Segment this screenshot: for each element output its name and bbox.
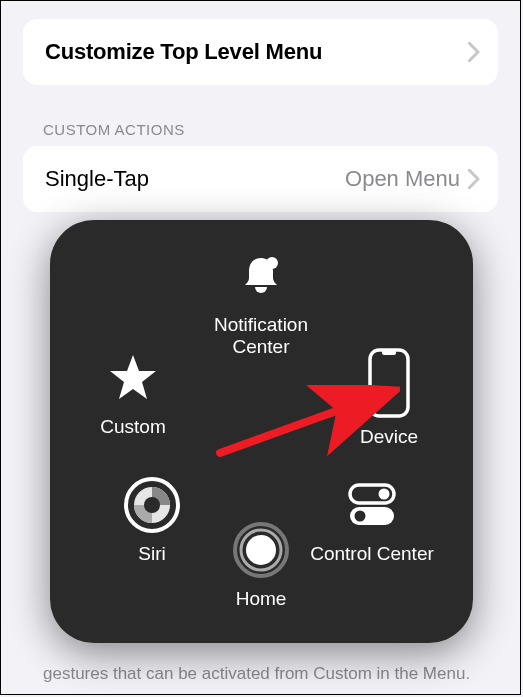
home-button-icon (231, 520, 291, 580)
chevron-right-icon (468, 169, 480, 189)
svg-point-7 (379, 489, 390, 500)
svg-rect-1 (370, 350, 408, 416)
menu-item-home[interactable]: Home (191, 520, 331, 610)
assistivetouch-menu: Notification Center Custom Device (50, 220, 473, 643)
toggles-icon (342, 475, 402, 535)
siri-icon (122, 475, 182, 535)
menu-item-label: Notification Center (191, 314, 331, 358)
star-icon (103, 348, 163, 408)
menu-item-label: Home (236, 588, 287, 610)
single-tap-row[interactable]: Single-Tap Open Menu (23, 146, 498, 212)
row-label: Single-Tap (45, 166, 149, 192)
svg-point-9 (355, 511, 366, 522)
row-label: Customize Top Level Menu (45, 39, 322, 65)
menu-item-custom[interactable]: Custom (63, 348, 203, 438)
iphone-icon (354, 348, 424, 418)
chevron-right-icon (468, 42, 480, 62)
menu-item-label: Device (360, 426, 418, 448)
menu-item-device[interactable]: Device (319, 348, 459, 448)
bell-icon (231, 246, 291, 306)
svg-rect-2 (382, 350, 396, 355)
menu-item-label: Custom (100, 416, 165, 438)
svg-point-0 (266, 257, 278, 269)
svg-point-12 (246, 535, 276, 565)
custom-actions-section-header: CUSTOM ACTIONS (23, 121, 498, 138)
svg-point-5 (144, 497, 160, 513)
footer-help-text: gestures that can be activated from Cust… (23, 663, 498, 686)
row-value: Open Menu (345, 166, 460, 192)
menu-item-notification-center[interactable]: Notification Center (191, 246, 331, 358)
menu-item-label: Siri (138, 543, 165, 565)
customize-top-level-menu-row[interactable]: Customize Top Level Menu (23, 19, 498, 85)
